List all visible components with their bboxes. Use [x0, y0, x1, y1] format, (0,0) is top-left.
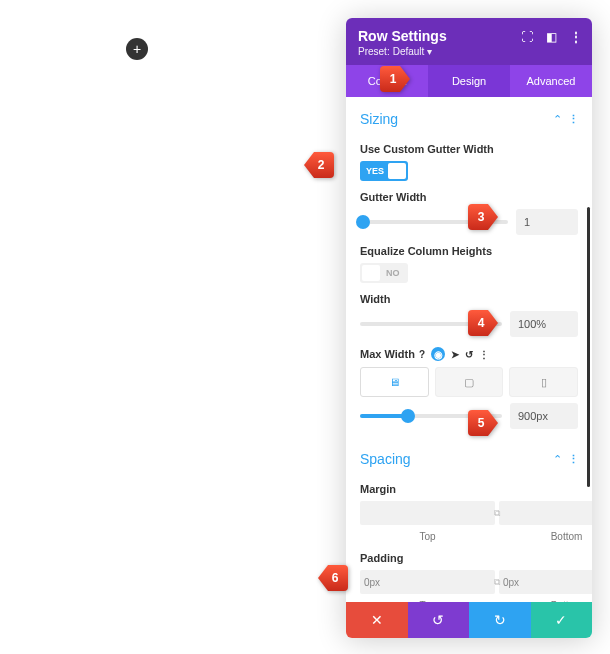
- snap-icon[interactable]: ◧: [544, 30, 558, 44]
- settings-panel: Row Settings Preset: Default ▾ ⛶ ◧ ⋮ Con…: [346, 18, 592, 638]
- gutter-width-slider[interactable]: [360, 220, 508, 224]
- sizing-section-header[interactable]: Sizing ⌃ ⋮: [360, 97, 578, 133]
- width-input[interactable]: [510, 311, 578, 337]
- device-tablet[interactable]: ▢: [435, 367, 504, 397]
- chevron-down-icon: ▾: [427, 46, 432, 57]
- max-width-slider[interactable]: [360, 414, 502, 418]
- cursor-icon[interactable]: ➤: [451, 349, 459, 360]
- max-width-input[interactable]: [510, 403, 578, 429]
- add-section-button[interactable]: +: [126, 38, 148, 60]
- sizing-title: Sizing: [360, 111, 398, 127]
- scrollbar[interactable]: [587, 207, 590, 487]
- tab-advanced[interactable]: Advanced: [510, 65, 592, 97]
- responsive-controls: ? ◉ ➤ ↺ ⋮: [419, 347, 488, 361]
- padding-top-input[interactable]: [360, 570, 495, 594]
- preset-value: Default: [393, 46, 425, 57]
- hover-icon[interactable]: ◉: [431, 347, 445, 361]
- device-desktop[interactable]: 🖥: [360, 367, 429, 397]
- device-tabs: 🖥 ▢ ▯: [360, 367, 578, 397]
- toggle-knob: [362, 265, 380, 281]
- width-slider[interactable]: [360, 322, 502, 326]
- undo-button[interactable]: ↺: [408, 602, 470, 638]
- slider-thumb[interactable]: [401, 409, 415, 423]
- collapse-icon[interactable]: ⌃: [553, 453, 562, 466]
- panel-body[interactable]: Sizing ⌃ ⋮ Use Custom Gutter Width YES G…: [346, 97, 592, 602]
- spacing-section-header[interactable]: Spacing ⌃ ⋮: [360, 437, 578, 473]
- link-icon[interactable]: ⧉: [494, 577, 500, 588]
- margin-bottom-input[interactable]: [499, 501, 592, 525]
- help-icon[interactable]: ?: [419, 349, 425, 360]
- preset-selector[interactable]: Preset: Default ▾: [358, 46, 580, 57]
- field-more-icon[interactable]: ⋮: [479, 349, 488, 360]
- spacing-title: Spacing: [360, 451, 411, 467]
- device-phone[interactable]: ▯: [509, 367, 578, 397]
- focus-icon[interactable]: ⛶: [520, 30, 534, 44]
- gutter-width-input[interactable]: [516, 209, 578, 235]
- panel-header: Row Settings Preset: Default ▾ ⛶ ◧ ⋮: [346, 18, 592, 65]
- tab-content[interactable]: Content: [346, 65, 428, 97]
- toggle-knob: [388, 163, 406, 179]
- padding-label: Padding: [360, 552, 578, 564]
- settings-tabs: Content Design Advanced: [346, 65, 592, 97]
- link-icon[interactable]: ⧉: [494, 508, 500, 519]
- collapse-icon[interactable]: ⌃: [553, 113, 562, 126]
- padding-grid: ⧉ Top Bottom ⧉ Left Right: [360, 570, 578, 602]
- margin-label: Margin: [360, 483, 578, 495]
- reset-icon[interactable]: ↺: [465, 349, 473, 360]
- more-icon[interactable]: ⋮: [568, 30, 582, 44]
- section-more-icon[interactable]: ⋮: [568, 113, 578, 126]
- preset-label: Preset:: [358, 46, 390, 57]
- custom-gutter-toggle[interactable]: YES: [360, 161, 408, 181]
- gutter-width-label: Gutter Width: [360, 191, 578, 203]
- save-button[interactable]: ✓: [531, 602, 593, 638]
- section-more-icon[interactable]: ⋮: [568, 453, 578, 466]
- slider-thumb[interactable]: [356, 215, 370, 229]
- redo-button[interactable]: ↻: [469, 602, 531, 638]
- toggle-yes-text: YES: [360, 166, 384, 176]
- equalize-toggle[interactable]: NO: [360, 263, 408, 283]
- margin-grid: ⧉ Top Bottom ⧉ Left Right: [360, 501, 578, 542]
- equalize-label: Equalize Column Heights: [360, 245, 578, 257]
- padding-bottom-input[interactable]: [499, 570, 592, 594]
- cancel-button[interactable]: ✕: [346, 602, 408, 638]
- tab-design[interactable]: Design: [428, 65, 510, 97]
- custom-gutter-label: Use Custom Gutter Width: [360, 143, 578, 155]
- builder-canvas: +: [0, 0, 340, 654]
- panel-footer: ✕ ↺ ↻ ✓: [346, 602, 592, 638]
- width-label: Width: [360, 293, 578, 305]
- margin-top-input[interactable]: [360, 501, 495, 525]
- max-width-label: Max Width ? ◉ ➤ ↺ ⋮: [360, 347, 578, 361]
- header-actions: ⛶ ◧ ⋮: [520, 30, 582, 44]
